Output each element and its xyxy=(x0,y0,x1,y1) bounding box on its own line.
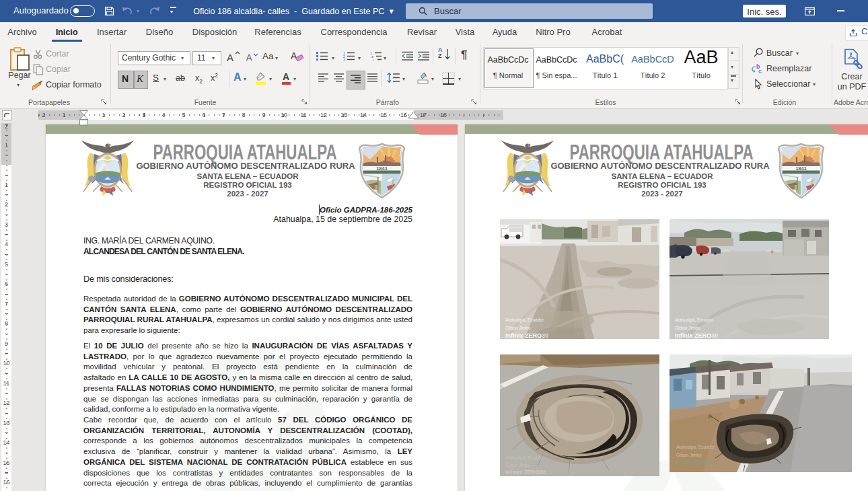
svg-text:Atahualpa, Ecuador: Atahualpa, Ecuador xyxy=(505,317,544,323)
svg-text:Gilson Jimbo: Gilson Jimbo xyxy=(505,326,531,330)
svg-text:i: i xyxy=(373,58,373,62)
svg-text:Infinix ZERO30: Infinix ZERO30 xyxy=(505,469,546,476)
svg-text:3: 3 xyxy=(343,58,345,62)
svg-text:Atahualpa, Ecuador: Atahualpa, Ecuador xyxy=(676,445,715,450)
svg-text:Infinix ZERO30: Infinix ZERO30 xyxy=(505,332,548,339)
svg-text:Atahualpa, Ecuador: Atahualpa, Ecuador xyxy=(505,455,544,461)
svg-text:c: c xyxy=(758,68,762,74)
svg-text:Gilson Jimbo: Gilson Jimbo xyxy=(675,326,700,330)
svg-text:Gilson Jimbo: Gilson Jimbo xyxy=(505,463,531,467)
svg-text:Atahualpa, Ecuador: Atahualpa, Ecuador xyxy=(675,317,714,323)
svg-text:Infinix ZERO30: Infinix ZERO30 xyxy=(676,459,717,466)
svg-text:Infinix ZERO30: Infinix ZERO30 xyxy=(675,332,718,339)
svg-text:Gilson Jimbo: Gilson Jimbo xyxy=(676,453,702,457)
